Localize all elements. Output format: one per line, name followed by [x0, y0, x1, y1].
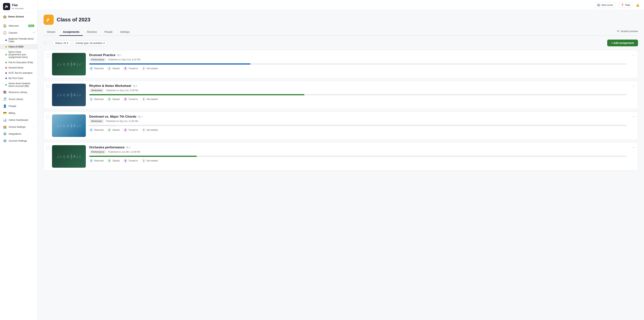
nav-label-school-settings: School Settings — [9, 125, 32, 128]
sidebar-item-people[interactable]: 👤 People — [0, 103, 37, 110]
class-item-beginner[interactable]: Beginner Friendly Demo Class — [0, 36, 37, 44]
sidebar-item-welcome[interactable]: 🏠 Welcome New — [0, 22, 37, 29]
tab-stream[interactable]: Stream — [44, 28, 59, 36]
stat-value: 2 — [142, 97, 146, 101]
stat-label: Returned — [94, 67, 104, 70]
class-item-myfirst[interactable]: My First Class — [0, 76, 37, 81]
card-checkbox[interactable] — [44, 112, 52, 122]
class-item-flat[interactable]: Flat for Education (Flat) — [0, 60, 37, 65]
card-checkbox[interactable] — [44, 143, 52, 153]
publish-date: Published on Sep 21st, 5:39 PM — [106, 89, 138, 92]
row-checkbox[interactable] — [46, 146, 50, 149]
assignment-title[interactable]: Drumset Practice — [89, 53, 116, 57]
class-dot — [5, 46, 7, 48]
tab-people[interactable]: People — [101, 28, 116, 36]
sidebar-nav: 🏠 Welcome New 📋 Classes ▾ Beginner Frien… — [0, 21, 37, 320]
more-options-button[interactable]: ⋯ — [630, 81, 638, 90]
stat-label: Turned in — [128, 67, 138, 70]
class-item-demo[interactable]: Demo Class (Experiment your assignments … — [0, 49, 37, 60]
class-item-2023[interactable]: Class of 2023 — [0, 44, 37, 49]
select-all-checkbox[interactable] — [44, 41, 46, 44]
sidebar-item-school-settings[interactable]: 🏫 School Settings › — [0, 123, 37, 130]
stat-label: Returned — [94, 159, 104, 162]
attach-num: 1 — [136, 85, 138, 87]
page-title: Class of 2023 — [57, 17, 90, 23]
card-checkbox[interactable] — [44, 81, 52, 91]
billing-icon: 💳 — [3, 111, 7, 115]
assignment-title[interactable]: Orchestra performance — [89, 146, 124, 149]
stat-label: Started — [112, 67, 120, 70]
stat-value: 0 — [89, 128, 93, 132]
tab-assignments[interactable]: Assignments — [60, 28, 83, 36]
publish-date: Published on Sep 1st, 11:58 AM — [106, 120, 138, 122]
nav-label-billing: Billing — [9, 112, 34, 114]
class-dot — [5, 62, 7, 63]
home-icon: 🏠 — [3, 24, 7, 27]
chevron-right-icon-4: › — [34, 140, 34, 142]
sidebar-item-resource-library[interactable]: 📚 Resource Library › — [0, 89, 37, 96]
assignment-type-badge: Worksheet — [89, 119, 104, 123]
new-score-icon: 🎼 — [597, 3, 600, 6]
more-options-button[interactable]: ⋯ — [630, 143, 638, 152]
sidebar-item-admin-dashboard[interactable]: 📊 Admin Dashboard — [0, 116, 37, 123]
attachment-count: 📎 1 — [133, 85, 138, 87]
meta-row: Worksheet Published on Sep 1st, 11:58 AM — [89, 119, 627, 123]
sidebar-item-classes[interactable]: 📋 Classes ▾ — [0, 29, 37, 36]
student-preview-button[interactable]: 👁 Student preview — [617, 30, 638, 34]
stat-value: 0 — [123, 128, 128, 132]
paperclip-icon: 📎 — [133, 85, 136, 87]
music-decoration: ♩♪♫♬𝄞#♩♪ — [52, 145, 86, 168]
stat-value: 0 — [107, 128, 111, 132]
assignment-title[interactable]: Rhythm & Notes Worksheet — [89, 84, 131, 88]
tab-settings[interactable]: Settings — [117, 28, 133, 36]
status-filter-button[interactable]: Status: All ▾ — [53, 40, 71, 46]
assignment-type-badge: Performance — [89, 150, 106, 154]
progress-bar-container — [89, 156, 627, 157]
class-header-icon — [44, 15, 54, 25]
assignments-toolbar: Status: All ▾ Activity type: All activit… — [44, 39, 638, 46]
class-item-senior[interactable]: Senior-level students Demo Account (6B) — [0, 81, 37, 89]
stats-row: 0 Returned 1 Started 0 Turned in 2 Not s… — [89, 66, 627, 70]
card-checkbox[interactable] — [44, 50, 52, 61]
stat-value: 0 — [89, 66, 93, 70]
stat-label: Returned — [94, 129, 104, 131]
stats-row: 1 Returned 0 Started 0 Turned in 2 Not s… — [89, 97, 627, 101]
school-name[interactable]: 🏫 Demo School — [0, 12, 37, 21]
help-button[interactable]: ❓ Help — [619, 2, 632, 8]
attachment-count: 📎 1 — [138, 115, 142, 118]
music-decoration: ♩♪♫♬𝄞#♩♪ — [52, 84, 86, 106]
sidebar: Flat for education 🏫 Demo School 🏠 Welco… — [0, 0, 38, 320]
more-options-button[interactable]: ⋯ — [630, 112, 638, 121]
stat-label: Started — [112, 159, 120, 162]
music-decoration: ♩♪♫♬𝄞#♩♪ — [52, 114, 86, 137]
meta-row: Performance Published on Sep 21st, 6:24 … — [89, 58, 627, 61]
sidebar-item-billing[interactable]: 💳 Billing — [0, 110, 37, 116]
stat-item: 3 Not started — [142, 128, 158, 132]
more-options-button[interactable]: ⋯ — [630, 50, 638, 60]
title-row: Drumset Practice 📎 1 — [89, 53, 627, 57]
row-checkbox[interactable] — [46, 85, 50, 88]
help-label: Help — [625, 3, 630, 6]
people-icon: 👤 — [3, 104, 7, 108]
tab-reviews[interactable]: Reviews — [84, 28, 100, 36]
class-item-iste[interactable]: ISTE Test for activation — [0, 70, 37, 76]
sidebar-item-score-library[interactable]: 🎵 Score Library › — [0, 96, 37, 103]
row-checkbox[interactable] — [46, 54, 50, 57]
add-assignment-button[interactable]: + Add assignment — [607, 39, 638, 46]
sidebar-item-integrations[interactable]: ⚙️ Integrations — [0, 130, 37, 137]
notification-bell-icon[interactable]: 🔔 — [636, 3, 640, 7]
new-score-button[interactable]: 🎼 New score — [595, 2, 615, 8]
class-header: Class of 2023 — [44, 15, 638, 25]
activity-type-filter-button[interactable]: Activity type: All activities ▾ — [73, 40, 107, 46]
score-icon: 🎵 — [3, 97, 7, 101]
row-checkbox[interactable] — [46, 116, 50, 119]
assignment-thumbnail: ♩♪♫♬𝄞#♩♪ — [52, 145, 86, 168]
class-item-general[interactable]: General Music — [0, 65, 37, 70]
account-icon: ⚙️ — [3, 139, 7, 143]
assignment-title[interactable]: Dominant vs. Major 7th Chords — [89, 115, 136, 119]
stat-item: 0 Returned — [89, 66, 104, 70]
publish-date: Published on Jun 8th, 12:48 PM — [108, 151, 140, 153]
sidebar-item-account-settings[interactable]: ⚙️ Account Settings › — [0, 137, 37, 144]
class-dot — [5, 39, 7, 41]
progress-bar — [89, 63, 250, 64]
